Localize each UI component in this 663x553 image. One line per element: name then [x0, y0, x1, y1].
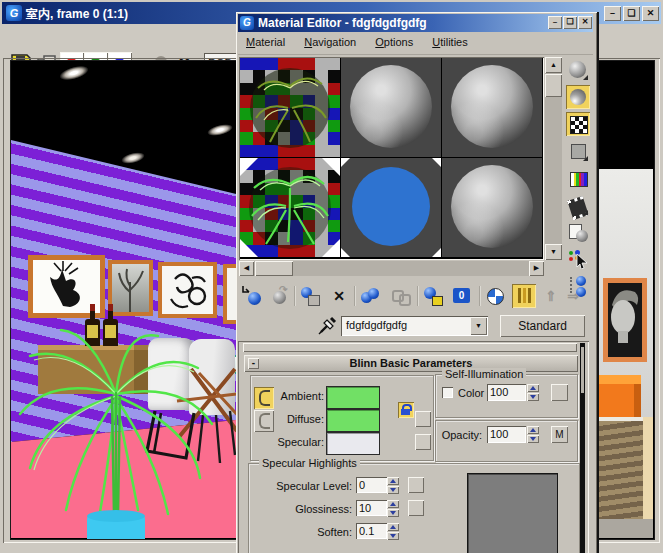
sample-slot-1[interactable]: [240, 58, 340, 157]
opacity-value-field[interactable]: 100: [487, 426, 526, 443]
opacity-label: Opacity:: [436, 429, 482, 441]
glossiness-map-button[interactable]: [408, 500, 424, 516]
backlight-button[interactable]: [566, 85, 590, 109]
material-id-channel-button[interactable]: 0: [450, 284, 474, 308]
sample-slot-5[interactable]: [341, 158, 441, 257]
scroll-down-button[interactable]: ▼: [545, 244, 562, 260]
material-editor-title: Material Editor - fdgfdgdfgdfg: [258, 16, 427, 30]
rollout-thin-scrollbar[interactable]: [580, 343, 585, 553]
lock-ambient-diffuse-button[interactable]: [254, 387, 274, 409]
menu-utilities[interactable]: Utilities: [424, 33, 475, 51]
diffuse-label: Diffuse:: [276, 413, 324, 425]
frame-corner: [599, 519, 653, 538]
reset-map-mtl-button[interactable]: ✕: [327, 284, 351, 308]
scene-right-area: [599, 61, 653, 538]
self-illumination-spinner[interactable]: [527, 384, 539, 401]
menu-navigation[interactable]: Navigation: [296, 33, 364, 51]
opacity-spinner[interactable]: [527, 426, 539, 443]
sample-slot-palette: [239, 57, 544, 260]
scroll-thumb[interactable]: [255, 261, 293, 276]
ceiling-light: [206, 122, 234, 138]
show-end-result-button[interactable]: [512, 284, 536, 308]
go-forward-to-sibling-button[interactable]: ⇒: [561, 284, 585, 308]
material-editor-menubar: Material Navigation Options Utilities: [238, 33, 593, 55]
scroll-left-button[interactable]: ◀: [239, 261, 254, 276]
scroll-up-button[interactable]: ▲: [545, 57, 562, 73]
scroll-right-button[interactable]: ▶: [529, 261, 544, 276]
sample-slot-4-active[interactable]: [240, 158, 340, 257]
get-material-button[interactable]: [241, 284, 265, 308]
sample-horizontal-scrollbar[interactable]: ◀ ▶: [239, 261, 544, 276]
opacity-map-button[interactable]: M: [551, 426, 568, 443]
select-by-material-button[interactable]: [566, 247, 590, 271]
blinn-basic-parameters-rollout-header[interactable]: - Blinn Basic Parameters: [244, 355, 578, 372]
menu-options[interactable]: Options: [367, 33, 421, 51]
material-editor-options-button[interactable]: [566, 220, 590, 244]
background-button[interactable]: [566, 112, 590, 136]
previous-rollout-partial[interactable]: [243, 343, 577, 352]
sample-vertical-scrollbar[interactable]: ▲ ▼: [545, 57, 562, 260]
go-to-parent-button[interactable]: ⇑: [539, 284, 563, 308]
self-illumination-color-checkbox[interactable]: [442, 387, 453, 398]
specular-color-swatch[interactable]: [326, 432, 380, 455]
wall-baseboard: [643, 417, 653, 522]
material-type-button[interactable]: Standard: [500, 315, 585, 337]
sample-slot-2[interactable]: [341, 58, 441, 157]
material-editor-window: G Material Editor - fdgfdgdfgdfg – ❏ ✕ M…: [236, 12, 599, 553]
specular-map-button[interactable]: [415, 434, 431, 450]
material-name-dropdown[interactable]: fdgfdgdfgdfg ▼: [341, 316, 488, 336]
assign-material-to-selection-button[interactable]: [298, 284, 322, 308]
show-map-in-viewport-button[interactable]: [483, 284, 507, 308]
lock-diffuse-specular-button[interactable]: [254, 410, 274, 432]
scroll-thumb[interactable]: [545, 74, 562, 97]
palm-plant: [16, 326, 216, 540]
portrait-picture: [603, 278, 647, 362]
rollout-scrollbar-thumb[interactable]: [581, 347, 584, 393]
self-illumination-map-button[interactable]: [551, 384, 568, 401]
pick-material-from-object-eyedropper[interactable]: [318, 316, 337, 335]
video-color-check-button[interactable]: [566, 166, 590, 190]
render-window-title: 室内, frame 0 (1:1): [26, 6, 128, 23]
ambient-color-swatch[interactable]: [326, 386, 380, 409]
make-preview-button[interactable]: [566, 193, 590, 217]
glossiness-field[interactable]: 10: [356, 500, 387, 516]
rollout-collapse-button[interactable]: -: [248, 358, 259, 369]
self-illumination-title: Self-Illumination: [442, 368, 526, 380]
put-material-to-scene-button[interactable]: ↷: [267, 284, 291, 308]
close-button[interactable]: ✕: [578, 16, 592, 29]
sample-uv-tiling-button[interactable]: [566, 139, 590, 163]
soften-spinner[interactable]: [387, 523, 399, 540]
picture-frame-ornament: [158, 262, 217, 318]
self-illumination-color-label: Color: [458, 387, 484, 399]
make-material-copy-button[interactable]: [358, 284, 382, 308]
ambient-diffuse-lock-icon-button[interactable]: [398, 402, 414, 418]
specular-level-spinner[interactable]: [387, 477, 399, 494]
specular-level-map-button[interactable]: [408, 477, 424, 493]
maximize-button[interactable]: ❏: [623, 6, 640, 21]
dropdown-arrow-button[interactable]: ▼: [470, 317, 487, 335]
minimize-button[interactable]: –: [548, 16, 562, 29]
put-to-library-button[interactable]: [421, 284, 445, 308]
menu-material[interactable]: Material: [238, 33, 293, 51]
maximize-button[interactable]: ❏: [563, 16, 577, 29]
sample-slot-6[interactable]: [442, 158, 542, 257]
material-editor-titlebar[interactable]: G Material Editor - fdgfdgdfgdfg – ❏ ✕: [238, 14, 593, 32]
diffuse-map-button[interactable]: [415, 411, 431, 427]
ceiling-light: [120, 150, 146, 166]
sample-slot-3[interactable]: [442, 58, 542, 157]
ambient-label: Ambient:: [276, 390, 324, 402]
glossiness-spinner[interactable]: [387, 500, 399, 517]
self-illumination-value-field[interactable]: 100: [487, 384, 526, 401]
make-unique-button[interactable]: [388, 284, 412, 308]
diffuse-color-swatch[interactable]: [326, 409, 380, 432]
sample-type-button[interactable]: [566, 58, 590, 82]
minimize-button[interactable]: –: [604, 6, 621, 21]
highlight-curve-preview: [467, 473, 558, 553]
material-name-row: fdgfdgdfgdfg ▼ Standard: [238, 313, 593, 340]
soften-field[interactable]: 0.1: [356, 523, 387, 539]
max-logo-icon: G: [240, 16, 254, 30]
material-editor-toolbar: ↷ ✕ 0: [238, 283, 593, 311]
specular-level-field[interactable]: 0: [356, 477, 387, 493]
glossiness-label: Glossiness:: [248, 503, 352, 515]
close-button[interactable]: ✕: [642, 6, 659, 21]
